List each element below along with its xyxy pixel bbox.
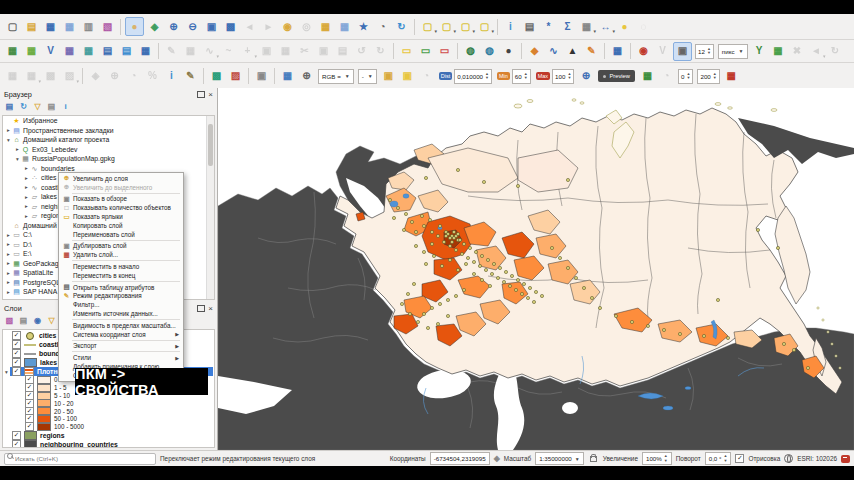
identify-icon[interactable]: i: [502, 18, 519, 35]
dotted-box-icon[interactable]: ▣: [673, 42, 692, 61]
layer-checkbox[interactable]: ✓: [12, 331, 21, 340]
menu-item-open-attribute-table[interactable]: ▤Открыть таблицу атрибутов: [59, 283, 183, 292]
add-delimited-text-icon[interactable]: ▤: [99, 43, 116, 60]
kml-plugin-icon[interactable]: ▦: [723, 68, 740, 85]
copy-raster-icon[interactable]: ▣: [253, 68, 270, 85]
layer-checkbox[interactable]: ✓: [12, 431, 21, 440]
browser-float-icon[interactable]: [197, 91, 205, 98]
diagram-icon[interactable]: ▭: [436, 43, 453, 60]
layer-checkbox[interactable]: ✓: [12, 440, 21, 448]
add-vector-layer-icon[interactable]: V: [42, 43, 59, 60]
legend-class-50-100[interactable]: ✓50 - 100: [3, 415, 214, 423]
add-raster-layer-icon[interactable]: ▦: [61, 43, 78, 60]
menu-item-move-to-top[interactable]: Переместить в начало: [59, 262, 183, 271]
menu-item-remove-layer[interactable]: ▦Удалить слой...: [59, 250, 183, 259]
quickmap-globe-icon[interactable]: ◍: [462, 43, 479, 60]
band-lock-1-icon[interactable]: ▣: [380, 68, 397, 85]
snap-unit-select[interactable]: пикс▼: [718, 44, 748, 59]
magnifier-spinner[interactable]: 100%▲▼: [642, 452, 672, 465]
new-project-icon[interactable]: ▢: [4, 18, 21, 35]
min-spinner[interactable]: 60▲▼: [512, 69, 531, 84]
menu-item-toggle-editing[interactable]: ✎Режим редактирования: [59, 292, 183, 301]
max-spinner[interactable]: 100▲▼: [552, 69, 574, 84]
browser-scrollbar[interactable]: [206, 116, 214, 299]
plugin-blue-icon[interactable]: ▦: [609, 43, 626, 60]
crs-globe-icon[interactable]: [784, 454, 793, 463]
field-calculator-icon[interactable]: ▦▾: [578, 18, 595, 35]
layers-close-icon[interactable]: ×: [208, 306, 213, 311]
t-spinner[interactable]: 0▲▼: [678, 69, 693, 84]
zoom-full-icon[interactable]: ▩: [222, 18, 239, 35]
label-settings-icon[interactable]: ▭: [417, 43, 434, 60]
save-project-icon[interactable]: ▦: [42, 18, 59, 35]
band-value-select[interactable]: -▼: [358, 69, 377, 84]
coordinates-value[interactable]: -6734504,2319095: [430, 452, 490, 465]
filter-browser-icon[interactable]: ▽: [32, 101, 43, 112]
add-wms-icon[interactable]: ▦: [137, 43, 154, 60]
lock-scale-icon[interactable]: [590, 456, 597, 462]
manage-map-themes-icon[interactable]: ◉: [32, 315, 43, 326]
measure-icon[interactable]: ↔▾: [597, 18, 614, 35]
layer-item-neighbouring-countries[interactable]: ✓neighbouring_countries: [3, 440, 214, 448]
deselect-icon[interactable]: ▢▾: [457, 18, 474, 35]
serval-map-icon[interactable]: ▩: [208, 68, 225, 85]
browser-item-избранное[interactable]: ★Избранное: [3, 116, 214, 126]
pan-map-icon[interactable]: ●: [125, 17, 144, 36]
render-checkbox[interactable]: ✓: [735, 454, 744, 463]
menu-item-change-data-source[interactable]: Изменить источник данных...: [59, 309, 183, 318]
temporal-control-icon[interactable]: ◔: [374, 18, 391, 35]
menu-item-show-in-overview[interactable]: ▣Показать в обзоре: [59, 195, 183, 204]
legend-class-20-50[interactable]: ✓20 - 50: [3, 407, 214, 415]
colors-icon[interactable]: ▦: [639, 68, 656, 85]
serval-bands-icon[interactable]: ▨: [227, 68, 244, 85]
statistics-icon[interactable]: Σ: [559, 18, 576, 35]
browser-item-домашний-каталог-проекта[interactable]: ▾⌂Домашний каталог проекта: [3, 135, 214, 145]
data-source-manager-icon[interactable]: ▦: [4, 43, 21, 60]
legend-class-100-5000[interactable]: ✓100 - 5000: [3, 423, 214, 431]
new-map-view-icon[interactable]: ▦: [317, 18, 334, 35]
rgb-band-select[interactable]: RGB =▼: [318, 69, 354, 84]
menu-item-duplicate-layer[interactable]: ▣Дублировать слой: [59, 242, 183, 251]
tips-icon[interactable]: ●: [616, 18, 633, 35]
menu-item-scale-visibility[interactable]: Видимость в пределах масштаба...: [59, 321, 183, 330]
rotation-spinner[interactable]: 0,0 °▲▼: [705, 452, 732, 465]
layer-item-regions[interactable]: ✓regions: [3, 431, 214, 440]
browser-item-пространственные-закладки[interactable]: ▸▤Пространственные закладки: [3, 126, 214, 136]
scale-select[interactable]: 1:35000000▼: [535, 452, 584, 465]
menu-item-styles[interactable]: Стили▶: [59, 353, 183, 362]
menu-item-show-feature-count[interactable]: □Показывать количество объектов: [59, 203, 183, 212]
add-mesh-layer-icon[interactable]: ▦: [80, 43, 97, 60]
processing-toolbox-icon[interactable]: *: [540, 18, 557, 35]
menu-item-filter[interactable]: Фильтр...: [59, 300, 183, 309]
stream-tool-icon[interactable]: ∿: [545, 43, 562, 60]
layers-float-icon[interactable]: [197, 305, 205, 312]
add-postgis-icon[interactable]: ▤: [118, 43, 135, 60]
browser-item-russiapopulationmap-gpkg[interactable]: ▾▦RussiaPopulationMap.gpkg: [3, 154, 214, 164]
menu-item-zoom-to-layer[interactable]: ⊕Увеличить до слоя: [59, 174, 183, 183]
quickmap-globe2-icon[interactable]: ◍: [481, 43, 498, 60]
dist-spinner[interactable]: 0,010000▲▼: [454, 69, 492, 84]
snap-tolerance-spinner[interactable]: 12▲▼: [695, 44, 714, 59]
browser-item-ex03-lebedev[interactable]: ▸QEx03_Lebedev: [3, 145, 214, 155]
menu-item-rename-layer[interactable]: Переименовать слой: [59, 230, 183, 239]
zoom-out-icon[interactable]: ⊖: [184, 18, 201, 35]
zoom-native-icon[interactable]: ▣: [203, 18, 220, 35]
menu-item-export[interactable]: Экспорт▶: [59, 342, 183, 351]
pin-tool-icon[interactable]: ◆: [526, 43, 543, 60]
properties-widget-icon[interactable]: i: [60, 101, 71, 112]
legend-class-10-20[interactable]: ✓10 - 20: [3, 399, 214, 407]
flag-tool-icon[interactable]: ▲: [564, 43, 581, 60]
locator-search-input[interactable]: [4, 453, 156, 465]
layer-checkbox[interactable]: ✓: [12, 367, 21, 376]
open-project-icon[interactable]: ▤: [23, 18, 40, 35]
menu-item-layer-crs[interactable]: Система координат слоя▶: [59, 330, 183, 339]
add-group-icon[interactable]: ▤: [18, 315, 29, 326]
select-all-icon[interactable]: ▢▾: [476, 18, 493, 35]
attribute-table-icon[interactable]: ▤: [521, 18, 538, 35]
refresh-icon[interactable]: ↻: [18, 101, 29, 112]
menu-item-show-labels[interactable]: ▭Показать ярлыки: [59, 212, 183, 221]
zoom-in-icon[interactable]: ⊕: [165, 18, 182, 35]
zoom-raster-icon[interactable]: ⊕: [298, 68, 315, 85]
pan-to-selection-icon[interactable]: ◈: [146, 18, 163, 35]
preview-button[interactable]: Preview: [598, 70, 635, 82]
